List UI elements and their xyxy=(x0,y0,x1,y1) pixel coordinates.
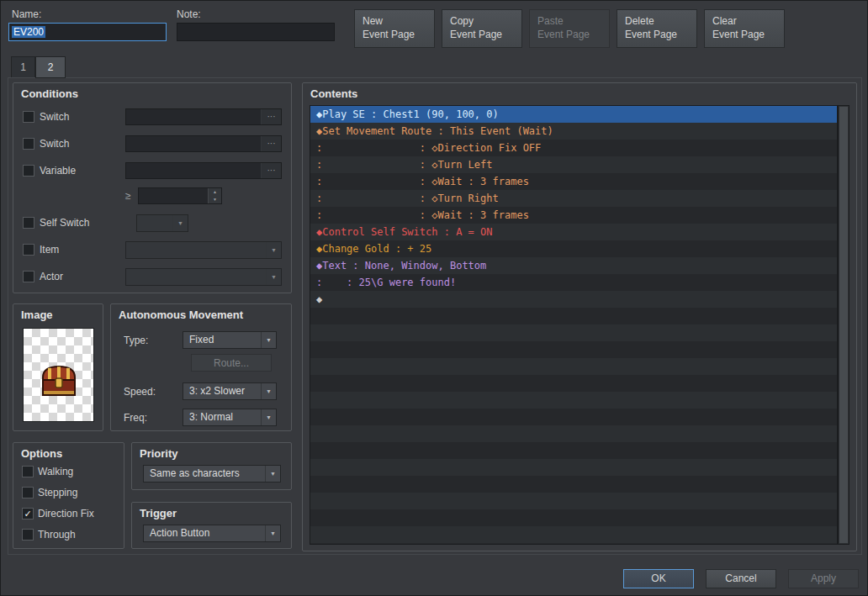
spinner-up-icon[interactable]: ▲ xyxy=(209,188,221,196)
image-title: Image xyxy=(21,309,53,321)
autonomous-movement-group: Autonomous Movement Type: Fixed ▼ Route.… xyxy=(110,303,292,431)
direction-fix-checkbox[interactable]: ✓ xyxy=(22,508,34,520)
actor-label: Actor xyxy=(40,270,63,283)
priority-group: Priority Same as characters ▼ xyxy=(131,442,292,490)
walking-checkbox[interactable] xyxy=(22,466,34,477)
direction-fix-label: Direction Fix xyxy=(38,507,94,520)
tab-page-1[interactable]: 1 xyxy=(11,56,35,78)
variable-field[interactable]: ··· xyxy=(125,162,282,179)
apply-button: Apply xyxy=(788,569,859,588)
walking-label: Walking xyxy=(38,465,73,478)
name-input[interactable]: EV200 xyxy=(8,23,167,41)
copy-event-page-button[interactable]: Copy Event Page xyxy=(442,9,522,48)
chevron-down-icon: ▼ xyxy=(261,332,276,348)
chevron-down-icon: ▼ xyxy=(266,242,281,258)
note-input[interactable] xyxy=(177,23,335,41)
contents-group: Contents ◆Play SE : Chest1 (90, 100, 0)◆… xyxy=(302,82,857,551)
switch1-checkbox[interactable] xyxy=(23,111,34,123)
note-label: Note: xyxy=(177,8,201,21)
spinner-down-icon[interactable]: ▼ xyxy=(209,196,221,203)
route-button: Route... xyxy=(191,354,272,372)
movement-type-dropdown[interactable]: Fixed ▼ xyxy=(183,331,277,349)
stepping-label: Stepping xyxy=(38,486,77,499)
variable-ellipsis-button[interactable]: ··· xyxy=(261,163,281,178)
contents-title: Contents xyxy=(310,87,357,100)
actor-checkbox[interactable] xyxy=(23,271,34,282)
event-command-line[interactable]: ◆Text : None, Window, Bottom xyxy=(310,257,837,274)
event-command-line[interactable]: ◆Play SE : Chest1 (90, 100, 0) xyxy=(310,106,837,123)
self-switch-label: Self Switch xyxy=(40,216,89,229)
event-image-box[interactable] xyxy=(23,328,94,422)
image-group: Image xyxy=(13,303,103,431)
trigger-dropdown[interactable]: Action Button ▼ xyxy=(143,525,281,542)
paste-event-page-button: Paste Event Page xyxy=(529,9,610,48)
stepping-checkbox[interactable] xyxy=(22,487,34,498)
chevron-down-icon: ▼ xyxy=(261,383,276,399)
switch1-ellipsis-button[interactable]: ··· xyxy=(261,109,281,124)
switch2-ellipsis-button[interactable]: ··· xyxy=(261,136,281,151)
event-command-line[interactable]: : : ◇Turn Left xyxy=(310,156,837,173)
event-command-line[interactable]: ◆Control Self Switch : A = ON xyxy=(310,224,837,240)
switch2-label: Switch xyxy=(40,137,69,150)
options-group: Options Walking Stepping ✓ Direction Fix… xyxy=(13,442,124,549)
freq-label: Freq: xyxy=(124,411,147,425)
self-switch-dropdown[interactable]: ▼ xyxy=(136,214,188,232)
new-event-page-button[interactable]: New Event Page xyxy=(354,9,435,48)
conditions-group: Conditions Switch ··· Switch ··· Variabl… xyxy=(13,82,292,293)
variable-label: Variable xyxy=(40,164,76,177)
event-command-line[interactable]: : : ◇Turn Right xyxy=(310,190,837,207)
item-label: Item xyxy=(40,243,59,256)
autonomous-movement-title: Autonomous Movement xyxy=(119,309,243,321)
event-command-line[interactable]: : : 25\G were found! xyxy=(310,274,837,291)
event-command-line[interactable]: : : ◇Direction Fix OFF xyxy=(310,140,837,156)
actor-dropdown[interactable]: ▼ xyxy=(125,268,282,286)
contents-scrollbar[interactable] xyxy=(838,105,849,545)
chevron-down-icon: ▼ xyxy=(265,525,280,541)
through-label: Through xyxy=(38,528,76,541)
item-dropdown[interactable]: ▼ xyxy=(125,241,282,259)
switch1-label: Switch xyxy=(40,110,69,124)
gte-symbol: ≥ xyxy=(125,189,131,203)
scrollbar-thumb[interactable] xyxy=(839,107,848,543)
delete-event-page-button[interactable]: Delete Event Page xyxy=(617,9,697,48)
event-page-editor-window: Name: EV200 Note: New Event Page Copy Ev… xyxy=(0,0,868,596)
through-checkbox[interactable] xyxy=(22,529,34,541)
speed-label: Speed: xyxy=(124,385,156,398)
options-title: Options xyxy=(21,447,62,460)
chevron-down-icon: ▼ xyxy=(172,215,188,231)
cancel-button[interactable]: Cancel xyxy=(706,569,776,588)
clear-event-page-button[interactable]: Clear Event Page xyxy=(704,9,785,48)
movement-speed-dropdown[interactable]: 3: x2 Slower ▼ xyxy=(183,382,277,400)
item-checkbox[interactable] xyxy=(23,244,34,256)
type-label: Type: xyxy=(124,334,148,347)
switch1-field[interactable]: ··· xyxy=(125,108,282,125)
variable-checkbox[interactable] xyxy=(23,165,34,177)
priority-dropdown[interactable]: Same as characters ▼ xyxy=(143,465,281,483)
chevron-down-icon: ▼ xyxy=(261,409,276,425)
name-label: Name: xyxy=(12,8,41,21)
event-command-line[interactable]: : : ◇Wait : 3 frames xyxy=(310,207,837,224)
switch2-checkbox[interactable] xyxy=(23,138,34,150)
trigger-title: Trigger xyxy=(140,507,177,520)
event-command-line[interactable]: ◆ xyxy=(310,291,837,308)
chest-sprite xyxy=(37,362,81,399)
conditions-title: Conditions xyxy=(21,87,78,100)
switch2-field[interactable]: ··· xyxy=(125,135,282,152)
ok-button[interactable]: OK xyxy=(623,569,694,588)
tab-page-2[interactable]: 2 xyxy=(35,56,66,78)
self-switch-checkbox[interactable] xyxy=(23,217,34,229)
variable-value-spinner[interactable]: ▲ ▼ xyxy=(138,187,222,204)
name-value: EV200 xyxy=(12,26,45,38)
event-command-line[interactable]: ◆Set Movement Route : This Event (Wait) xyxy=(310,123,837,140)
chevron-down-icon: ▼ xyxy=(265,466,280,482)
event-command-line[interactable]: ◆Change Gold : + 25 xyxy=(310,240,837,257)
chevron-down-icon: ▼ xyxy=(266,269,281,285)
movement-freq-dropdown[interactable]: 3: Normal ▼ xyxy=(183,409,277,426)
event-command-line[interactable]: : : ◇Wait : 3 frames xyxy=(310,173,837,190)
contents-list[interactable]: ◆Play SE : Chest1 (90, 100, 0)◆Set Movem… xyxy=(310,105,838,545)
trigger-group: Trigger Action Button ▼ xyxy=(131,502,292,549)
priority-title: Priority xyxy=(140,447,178,460)
